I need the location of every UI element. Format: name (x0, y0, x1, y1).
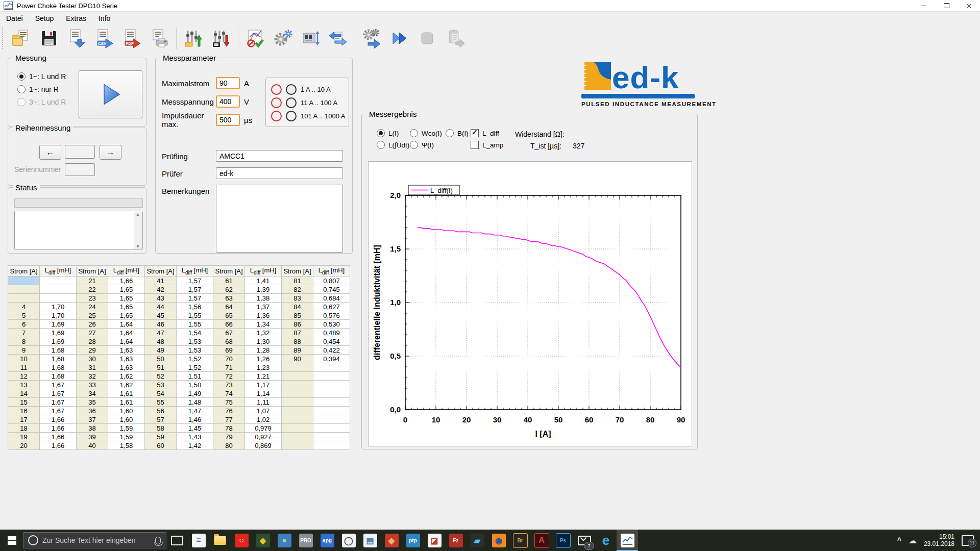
file-explorer-taskbar-button[interactable] (209, 530, 231, 551)
strom-cell[interactable]: 89 (282, 346, 313, 355)
strom-cell[interactable]: 47 (145, 329, 177, 337)
ldiff-cell[interactable]: 1,46 (177, 415, 213, 424)
strom-cell[interactable]: 58 (145, 424, 177, 433)
current-range-option-0[interactable]: 1 A .. 10 A (271, 84, 331, 95)
ldiff-cell[interactable]: 1,64 (108, 337, 145, 346)
start-measurement-button[interactable] (388, 27, 411, 49)
strom-cell[interactable]: 13 (8, 381, 40, 389)
strom-cell[interactable]: 88 (282, 337, 313, 346)
ldiff-cell[interactable]: 1,63 (108, 363, 145, 372)
ldiff-cell[interactable] (313, 407, 350, 415)
ldiff-cell[interactable] (40, 285, 77, 294)
firefox-taskbar-button[interactable]: ◉ (488, 530, 509, 551)
ldiff-cell[interactable]: 1,21 (245, 372, 282, 381)
onedrive-icon[interactable]: ☁ (909, 536, 917, 545)
ldiff-cell[interactable]: 1,30 (245, 337, 282, 346)
strom-cell[interactable]: 64 (213, 303, 245, 311)
settings-gears-button[interactable] (272, 27, 294, 49)
strom-cell[interactable] (282, 415, 313, 424)
strom-cell[interactable]: 90 (282, 355, 313, 363)
ldiff-cell[interactable]: 0,576 (313, 311, 350, 320)
export-pdf-button[interactable]: PDF (120, 27, 143, 49)
filezilla-taskbar-button[interactable]: Fz (445, 530, 467, 551)
strom-cell[interactable] (282, 407, 313, 415)
ldiff-cell[interactable]: 1,63 (108, 355, 145, 363)
strom-cell[interactable]: 9 (8, 346, 40, 355)
ldiff-cell[interactable]: 0,627 (313, 303, 350, 311)
strom-cell[interactable]: 74 (213, 389, 245, 398)
strom-cell[interactable]: 44 (145, 303, 177, 311)
result-display-option[interactable]: Ψ(I) (410, 141, 434, 149)
measure-mode-option-2[interactable]: 3~: L und R (17, 98, 66, 106)
ldiff-cell[interactable]: 1,42 (177, 441, 213, 450)
ldiff-cell[interactable]: 1,57 (177, 285, 213, 294)
strom-cell[interactable]: 66 (213, 320, 245, 329)
bemerkungen-field[interactable] (216, 185, 343, 253)
strom-cell[interactable]: 60 (145, 441, 177, 450)
strom-cell[interactable]: 23 (77, 294, 108, 303)
ldiff-cell[interactable]: 1,39 (245, 285, 282, 294)
strom-cell[interactable]: 80 (213, 441, 245, 450)
globe-tool-taskbar-button[interactable]: ● (274, 530, 295, 551)
strom-cell[interactable]: 34 (77, 389, 108, 398)
recovery-tool-taskbar-button[interactable]: ▰ (467, 530, 488, 551)
power-choke-tester-taskbar-button[interactable] (617, 530, 638, 551)
data-transfer-button[interactable] (327, 27, 349, 49)
strom-cell[interactable] (282, 424, 313, 433)
ldiff-cell[interactable]: 1,66 (40, 433, 77, 441)
copy-report-button[interactable] (444, 27, 466, 49)
ldiff-cell[interactable]: 1,60 (108, 407, 145, 415)
ldiff-cell[interactable]: 1,66 (40, 415, 77, 424)
ldiff-cell[interactable]: 1,45 (177, 424, 213, 433)
ldiff-cell[interactable] (313, 398, 350, 407)
ldiff-cell[interactable]: 1,52 (177, 355, 213, 363)
ldiff-cell[interactable]: 1,59 (108, 424, 145, 433)
strom-cell[interactable]: 22 (77, 285, 108, 294)
strom-cell[interactable]: 35 (77, 398, 108, 407)
result-display-option[interactable]: B(I) (446, 129, 469, 137)
ldiff-cell[interactable]: 1,43 (177, 433, 213, 441)
strom-cell[interactable]: 78 (213, 424, 245, 433)
next-button[interactable]: → (100, 145, 121, 160)
strom-cell[interactable]: 27 (77, 329, 108, 337)
ldiff-cell[interactable]: 1,54 (177, 329, 213, 337)
strom-cell[interactable]: 15 (8, 398, 40, 407)
ldiff-cell[interactable]: 0,807 (313, 277, 350, 285)
ldiff-cell[interactable]: 0,745 (313, 285, 350, 294)
strom-cell[interactable]: 41 (145, 277, 177, 285)
strom-cell[interactable]: 72 (213, 372, 245, 381)
strom-cell[interactable]: 87 (282, 329, 313, 337)
ldiff-cell[interactable]: 1,23 (245, 363, 282, 372)
start-button[interactable] (0, 530, 23, 551)
ldiff-cell[interactable] (313, 363, 350, 372)
strom-cell[interactable]: 73 (213, 381, 245, 389)
ldiff-cell[interactable]: 1,65 (108, 303, 145, 311)
ldiff-cell[interactable]: 1,65 (108, 311, 145, 320)
ldiff-cell[interactable]: 1,57 (177, 277, 213, 285)
strom-cell[interactable]: 33 (77, 381, 108, 389)
strom-cell[interactable]: 82 (282, 285, 313, 294)
ldiff-cell[interactable]: 1,67 (40, 398, 77, 407)
parameter-input[interactable]: 90 (216, 77, 240, 89)
strom-cell[interactable] (282, 381, 313, 389)
range-radio-black-icon[interactable] (286, 97, 297, 108)
device-memory-button[interactable] (299, 27, 322, 49)
strom-cell[interactable] (282, 433, 313, 441)
strom-cell[interactable]: 71 (213, 363, 245, 372)
result-curve-checkbox[interactable]: L_amp (471, 141, 503, 149)
ldiff-cell[interactable]: 1,49 (177, 389, 213, 398)
plugin-tool-taskbar-button[interactable]: ◆ (252, 530, 274, 551)
strom-cell[interactable]: 10 (8, 355, 40, 363)
tray-chevron-icon[interactable]: ^ (897, 536, 901, 544)
ldiff-cell[interactable]: 1,63 (108, 346, 145, 355)
ldiff-cell[interactable] (313, 389, 350, 398)
ldiff-cell[interactable]: 0,489 (313, 329, 350, 337)
strom-cell[interactable] (282, 398, 313, 407)
notepad-taskbar-button[interactable]: ≡ (188, 530, 209, 551)
ldiff-cell[interactable] (313, 381, 350, 389)
ldiff-cell[interactable]: 0,869 (245, 441, 282, 450)
clock[interactable]: 15:01 23.01.2018 (924, 533, 954, 547)
apg-tool-taskbar-button[interactable]: apg (316, 530, 338, 551)
menu-info[interactable]: Info (92, 13, 116, 24)
strom-cell[interactable]: 21 (77, 277, 108, 285)
